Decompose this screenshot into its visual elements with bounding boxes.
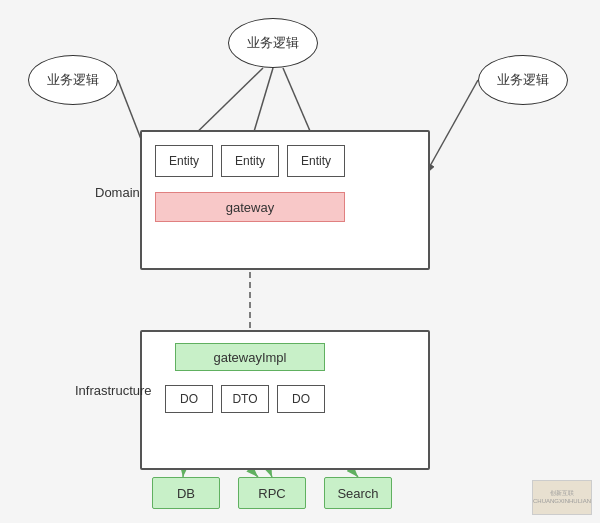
entity3-label: Entity xyxy=(301,154,331,168)
gateway-impl-box: gatewayImpl xyxy=(175,343,325,371)
rpc-box: RPC xyxy=(238,477,306,509)
ellipse-left: 业务逻辑 xyxy=(28,55,118,105)
ellipse-top-label: 业务逻辑 xyxy=(247,34,299,52)
watermark-text: 创新互联 CHUANGXINHULIAN xyxy=(533,490,591,504)
ellipse-top: 业务逻辑 xyxy=(228,18,318,68)
do1-label: DO xyxy=(180,392,198,406)
entity-box-3: Entity xyxy=(287,145,345,177)
do2-label: DO xyxy=(292,392,310,406)
do-box-2: DO xyxy=(277,385,325,413)
do-box-1: DO xyxy=(165,385,213,413)
search-label: Search xyxy=(337,486,378,501)
svg-line-6 xyxy=(425,80,478,175)
db-label: DB xyxy=(177,486,195,501)
entity2-label: Entity xyxy=(235,154,265,168)
gateway-impl-label: gatewayImpl xyxy=(214,350,287,365)
domain-label: Domain xyxy=(95,185,140,200)
watermark: 创新互联 CHUANGXINHULIAN xyxy=(532,480,592,515)
dto-box: DTO xyxy=(221,385,269,413)
entity1-label: Entity xyxy=(169,154,199,168)
ellipse-right: 业务逻辑 xyxy=(478,55,568,105)
ellipse-right-label: 业务逻辑 xyxy=(497,71,549,89)
dto-label: DTO xyxy=(232,392,257,406)
diagram-container: 业务逻辑 业务逻辑 业务逻辑 Domain Entity Entity Enti… xyxy=(0,0,600,523)
entity-box-1: Entity xyxy=(155,145,213,177)
gateway-label: gateway xyxy=(226,200,274,215)
ellipse-left-label: 业务逻辑 xyxy=(47,71,99,89)
infrastructure-label: Infrastructure xyxy=(75,383,152,398)
search-box: Search xyxy=(324,477,392,509)
gateway-box: gateway xyxy=(155,192,345,222)
db-box: DB xyxy=(152,477,220,509)
entity-box-2: Entity xyxy=(221,145,279,177)
rpc-label: RPC xyxy=(258,486,285,501)
